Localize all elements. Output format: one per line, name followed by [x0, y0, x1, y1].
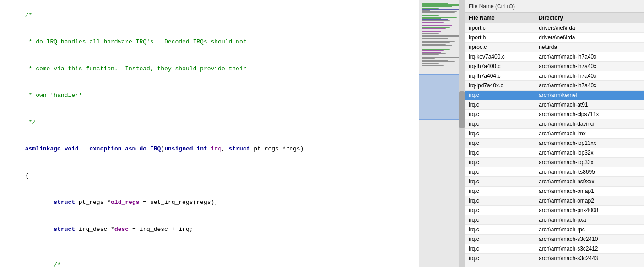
file-panel: File Name (Ctrl+O) File Name Directory i… — [465, 0, 644, 267]
code-editor[interactable]: /* * do_IRQ handles all hardware IRQ's. … — [0, 0, 419, 267]
cell-filename: irq.c — [465, 110, 535, 119]
cell-filename: irq.c — [465, 196, 535, 206]
cell-directory: arch\arm\mach-lh7a40x — [535, 62, 644, 71]
code-line — [4, 243, 415, 252]
cell-directory: arch\arm\mach-s3c2410 — [535, 235, 644, 244]
code-line: * come via this function. Instead, they … — [4, 55, 415, 82]
table-row[interactable]: irq.carch\arm\mach-clps711x — [465, 110, 644, 119]
cell-directory: arch\arm\mach-s3c2443 — [535, 254, 644, 263]
cell-filename: irq.c — [465, 139, 535, 148]
table-row[interactable]: irq.carch\arm\mach-iop32x — [465, 148, 644, 158]
code-line: { — [4, 162, 415, 189]
file-table-body: irport.cdrivers\net\irdairport.hdrivers\… — [465, 23, 644, 263]
cell-directory: arch\arm\mach-pnx4008 — [535, 206, 644, 215]
table-row[interactable]: irq.carch\arm\mach-at91 — [465, 100, 644, 110]
table-row[interactable]: irport.cdrivers\net\irda — [465, 23, 644, 33]
cell-filename: irq.c — [465, 148, 535, 158]
cell-filename: irq.c — [465, 91, 535, 100]
cell-directory: arch\arm\mach-lh7a40x — [535, 52, 644, 62]
minimap-content — [419, 2, 465, 267]
table-row[interactable]: irq-lpd7a40x.carch\arm\mach-lh7a40x — [465, 81, 644, 91]
table-row[interactable]: irq.carch\arm\mach-omap1 — [465, 187, 644, 196]
table-row[interactable]: irq.carch\arm\kernel — [465, 91, 644, 100]
cell-directory: arch\arm\mach-omap2 — [535, 196, 644, 206]
table-row[interactable]: irproc.cnet\irda — [465, 43, 644, 52]
cell-filename: irproc.c — [465, 43, 535, 52]
cell-filename: irq-lpd7a40x.c — [465, 81, 535, 91]
table-row[interactable]: irq-lh7a404.carch\arm\mach-lh7a40x — [465, 71, 644, 81]
file-panel-title: File Name (Ctrl+O) — [469, 3, 515, 10]
table-row[interactable]: irq.carch\arm\mach-pxa — [465, 215, 644, 225]
code-line: /* — [4, 2, 415, 29]
file-table: File Name Directory irport.cdrivers\net\… — [465, 13, 644, 263]
cell-filename: irq-lh7a400.c — [465, 62, 535, 71]
cell-filename: irq.c — [465, 225, 535, 235]
table-row[interactable]: irq.carch\arm\mach-s3c2443 — [465, 254, 644, 263]
cell-filename: irq.c — [465, 187, 535, 196]
table-row[interactable]: irq.carch\arm\mach-iop33x — [465, 158, 644, 167]
col-filename: File Name — [465, 13, 535, 23]
cell-filename: irq.c — [465, 129, 535, 139]
cell-filename: irq.c — [465, 215, 535, 225]
cell-filename: irq.c — [465, 235, 535, 244]
cell-directory: arch\arm\mach-at91 — [535, 100, 644, 110]
table-row[interactable]: irq.carch\arm\mach-rpc — [465, 225, 644, 235]
table-row[interactable]: irq.carch\arm\mach-s3c2410 — [465, 235, 644, 244]
cell-directory: drivers\net\irda — [535, 33, 644, 43]
cell-filename: irq.c — [465, 119, 535, 129]
cell-directory: arch\arm\mach-clps711x — [535, 110, 644, 119]
table-row[interactable]: irq-lh7a400.carch\arm\mach-lh7a40x — [465, 62, 644, 71]
table-row[interactable]: irq.carch\arm\mach-ks8695 — [465, 167, 644, 177]
cell-directory: arch\arm\mach-iop32x — [535, 148, 644, 158]
cell-directory: arch\arm\mach-ns9xxx — [535, 177, 644, 187]
table-row[interactable]: irq-kev7a400.carch\arm\mach-lh7a40x — [465, 52, 644, 62]
minimap-viewport[interactable] — [419, 74, 465, 120]
table-header-row: File Name Directory — [465, 13, 644, 23]
table-row[interactable]: irq.carch\arm\mach-pnx4008 — [465, 206, 644, 215]
cell-filename: irq.c — [465, 206, 535, 215]
cell-filename: irq-kev7a400.c — [465, 52, 535, 62]
code-line: struct irq_desc *desc = irq_desc + irq; — [4, 216, 415, 243]
minimap-panel[interactable] — [419, 0, 465, 267]
cell-directory: arch\arm\mach-s3c2412 — [535, 244, 644, 254]
cell-directory: arch\arm\mach-lh7a40x — [535, 81, 644, 91]
cell-directory: arch\arm\mach-omap1 — [535, 187, 644, 196]
code-line: asmlinkage void __exception asm_do_IRQ(u… — [4, 136, 415, 163]
code-line: struct pt_regs *old_regs = set_irq_regs(… — [4, 189, 415, 216]
table-row[interactable]: irq.carch\arm\mach-ns9xxx — [465, 177, 644, 187]
cell-filename: irq-lh7a404.c — [465, 71, 535, 81]
code-line: * do_IRQ handles all hardware IRQ's. Dec… — [4, 29, 415, 56]
cell-filename: irq.c — [465, 177, 535, 187]
code-line: */ — [4, 109, 415, 136]
table-row[interactable]: irq.carch\arm\mach-s3c2412 — [465, 244, 644, 254]
code-content[interactable]: /* * do_IRQ handles all hardware IRQ's. … — [0, 0, 419, 267]
cell-directory: arch\arm\mach-lh7a40x — [535, 71, 644, 81]
cell-directory: drivers\net\irda — [535, 23, 644, 33]
cell-directory: arch\arm\kernel — [535, 91, 644, 100]
cell-directory: arch\arm\mach-iop13xx — [535, 139, 644, 148]
cell-filename: irport.c — [465, 23, 535, 33]
cell-directory: arch\arm\mach-pxa — [535, 215, 644, 225]
cell-directory: net\irda — [535, 43, 644, 52]
table-row[interactable]: irq.carch\arm\mach-omap2 — [465, 196, 644, 206]
table-row[interactable]: irq.carch\arm\mach-iop13xx — [465, 139, 644, 148]
cell-filename: irq.c — [465, 167, 535, 177]
table-row[interactable]: irq.carch\arm\mach-davinci — [465, 119, 644, 129]
code-line: * own 'handler' — [4, 82, 415, 109]
cell-filename: irq.c — [465, 100, 535, 110]
cell-filename: irq.c — [465, 158, 535, 167]
table-row[interactable]: irport.hdrivers\net\irda — [465, 33, 644, 43]
cell-directory: arch\arm\mach-davinci — [535, 119, 644, 129]
cell-directory: arch\arm\mach-imx — [535, 129, 644, 139]
col-directory: Directory — [535, 13, 644, 23]
cell-filename: irq.c — [465, 244, 535, 254]
file-panel-header: File Name (Ctrl+O) — [465, 0, 644, 13]
cell-filename: irq.c — [465, 254, 535, 263]
table-row[interactable]: irq.carch\arm\mach-imx — [465, 129, 644, 139]
cell-directory: arch\arm\mach-rpc — [535, 225, 644, 235]
code-line: /* — [4, 251, 415, 267]
cell-filename: irport.h — [465, 33, 535, 43]
file-list-container[interactable]: File Name Directory irport.cdrivers\net\… — [465, 13, 644, 267]
cell-directory: arch\arm\mach-iop33x — [535, 158, 644, 167]
cell-directory: arch\arm\mach-ks8695 — [535, 167, 644, 177]
